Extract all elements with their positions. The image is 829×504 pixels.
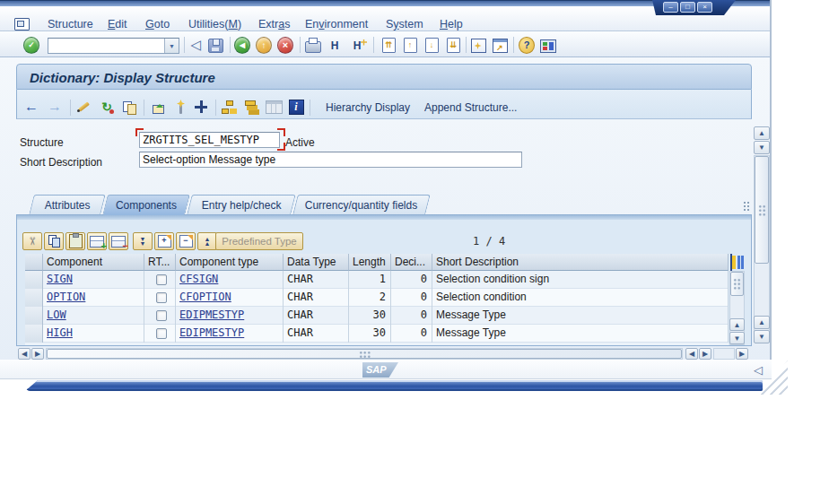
component-cell[interactable]: HIGH bbox=[43, 325, 144, 343]
component-type-cell[interactable]: CFOPTION bbox=[176, 289, 284, 307]
display-levels-icon[interactable] bbox=[242, 98, 260, 116]
row-selector[interactable] bbox=[25, 289, 43, 307]
command-input[interactable] bbox=[48, 39, 164, 53]
table-configuration-button[interactable] bbox=[730, 255, 732, 271]
tab-attributes[interactable]: Attributes bbox=[29, 195, 105, 214]
row-selector[interactable] bbox=[25, 271, 43, 289]
table-scroll-up-icon[interactable]: ▲ bbox=[729, 318, 745, 331]
find-next-icon[interactable]: H bbox=[349, 38, 365, 54]
expand-button[interactable]: + bbox=[154, 232, 174, 250]
component-cell[interactable]: OPTION bbox=[43, 289, 144, 307]
tab-currency-quantity-fields[interactable]: Currency/quantity fields bbox=[292, 195, 430, 214]
menu-help[interactable]: Help bbox=[440, 18, 463, 30]
main-scroll-up-icon[interactable]: ▲ bbox=[754, 126, 770, 140]
table-scroll-down-icon[interactable]: ▼ bbox=[729, 332, 745, 344]
previous-object-icon[interactable]: ← bbox=[22, 98, 40, 116]
display-change-icon[interactable] bbox=[75, 98, 93, 116]
insert-row-button[interactable] bbox=[87, 232, 107, 250]
main-vscrollbar-thumb[interactable] bbox=[755, 156, 769, 264]
delete-row-button[interactable] bbox=[109, 232, 128, 250]
main-scroll-down2-icon[interactable]: ▼ bbox=[754, 330, 770, 343]
hscroll-left-icon[interactable]: ◀ bbox=[18, 348, 31, 360]
cut-button[interactable]: ✂ bbox=[22, 232, 42, 250]
hscroll-right-icon[interactable]: ▶ bbox=[31, 348, 44, 360]
system-menu-icon[interactable] bbox=[14, 18, 30, 30]
command-dropdown-icon[interactable]: ▼ bbox=[164, 39, 179, 53]
table-vscrollbar-thumb[interactable] bbox=[730, 272, 744, 296]
status-expand-icon[interactable]: ◁ bbox=[754, 363, 763, 377]
cancel-icon[interactable]: × bbox=[277, 37, 293, 53]
copy-rows-button[interactable] bbox=[44, 232, 64, 250]
help-icon[interactable]: ? bbox=[519, 37, 535, 53]
copy-object-icon[interactable] bbox=[120, 98, 138, 116]
menu-edit[interactable]: Edit bbox=[108, 18, 127, 30]
collapse-button[interactable]: − bbox=[176, 232, 196, 250]
next-page-icon[interactable]: ↓ bbox=[423, 37, 440, 53]
tabstrip-grip[interactable] bbox=[743, 201, 750, 213]
menu-utilities[interactable]: Utilities(M) bbox=[188, 18, 241, 30]
back-icon[interactable]: ◀ bbox=[234, 37, 250, 53]
table-hscroll-end-icon[interactable]: ▶ bbox=[736, 348, 748, 360]
close-button[interactable]: × bbox=[697, 2, 712, 13]
menu-goto[interactable]: Goto bbox=[145, 18, 170, 30]
structure-field[interactable] bbox=[139, 132, 280, 148]
new-session-grid-icon[interactable] bbox=[470, 38, 486, 54]
create-shortcut-icon[interactable]: ↗ bbox=[492, 38, 508, 54]
hscrollbar-thumb[interactable] bbox=[47, 349, 682, 359]
refresh-icon[interactable]: ↻ bbox=[98, 98, 116, 116]
component-type-cell[interactable]: CFSIGN bbox=[176, 271, 284, 289]
maximize-button[interactable]: □ bbox=[680, 2, 695, 13]
column-header-rt[interactable]: RT... bbox=[144, 254, 176, 271]
table-display-icon[interactable] bbox=[265, 98, 283, 116]
minimize-button[interactable]: – bbox=[663, 2, 678, 13]
customize-layout-icon[interactable] bbox=[540, 38, 556, 54]
menu-structure[interactable]: Structure bbox=[48, 18, 93, 30]
table-hscroll-left-icon[interactable]: ◀ bbox=[685, 348, 698, 360]
column-header-component-type[interactable]: Component type bbox=[176, 254, 284, 271]
last-page-icon[interactable]: ⇊ bbox=[445, 37, 461, 53]
row-selector[interactable] bbox=[25, 307, 43, 325]
where-used-icon[interactable] bbox=[149, 98, 167, 116]
indexes-icon[interactable] bbox=[171, 98, 189, 116]
first-page-icon[interactable]: ⇈ bbox=[380, 37, 397, 53]
column-header-decimals[interactable]: Deci... bbox=[391, 254, 432, 271]
tab-components[interactable]: Components bbox=[102, 195, 190, 215]
column-header-data-type[interactable]: Data Type bbox=[284, 254, 349, 271]
find-icon[interactable]: H bbox=[327, 38, 343, 54]
column-header-selector[interactable] bbox=[25, 254, 43, 271]
row-selector[interactable] bbox=[25, 325, 43, 343]
print-icon[interactable] bbox=[305, 37, 321, 53]
enter-check-button[interactable]: ✓ bbox=[23, 37, 39, 53]
menu-environment[interactable]: Environment bbox=[305, 18, 368, 30]
exit-icon[interactable]: ↑ bbox=[256, 37, 272, 53]
paste-rows-button[interactable] bbox=[65, 232, 85, 250]
table-hscrollbar-track[interactable] bbox=[713, 348, 735, 360]
append-structure-button[interactable]: Append Structure... bbox=[424, 101, 517, 114]
main-scroll-up2-icon[interactable]: ▲ bbox=[754, 316, 770, 329]
short-description-field[interactable] bbox=[139, 152, 522, 168]
move-up-button[interactable]: ▲▲ bbox=[197, 232, 217, 250]
previous-page-icon[interactable]: ↑ bbox=[402, 37, 418, 53]
menu-extras[interactable]: Extras bbox=[258, 18, 290, 30]
predefined-type-button[interactable]: Predefined Type bbox=[215, 232, 303, 250]
column-header-component[interactable]: Component bbox=[43, 254, 144, 271]
enter-icon[interactable]: ◁ bbox=[188, 37, 204, 53]
info-icon[interactable]: i bbox=[287, 98, 305, 116]
hierarchy-icon[interactable] bbox=[220, 98, 238, 116]
save-icon[interactable] bbox=[207, 38, 223, 54]
main-scroll-down-icon[interactable]: ▼ bbox=[754, 141, 770, 154]
rt-checkbox[interactable] bbox=[156, 328, 167, 339]
tab-entry-help-check[interactable]: Entry help/check bbox=[187, 195, 295, 214]
rt-checkbox[interactable] bbox=[156, 274, 167, 285]
component-cell[interactable]: LOW bbox=[43, 307, 144, 325]
menu-system[interactable]: System bbox=[386, 18, 423, 30]
next-object-icon[interactable]: → bbox=[46, 98, 64, 116]
component-cell[interactable]: SIGN bbox=[43, 271, 144, 289]
column-header-length[interactable]: Length bbox=[349, 254, 391, 271]
rt-checkbox[interactable] bbox=[156, 310, 167, 321]
component-type-cell[interactable]: EDIPMESTYP bbox=[176, 307, 284, 325]
column-header-short-description[interactable]: Short Description bbox=[432, 254, 729, 271]
navigate-icon[interactable] bbox=[192, 98, 210, 116]
move-down-button[interactable]: ▼▼ bbox=[133, 232, 153, 250]
component-type-cell[interactable]: EDIPMESTYP bbox=[176, 325, 284, 343]
